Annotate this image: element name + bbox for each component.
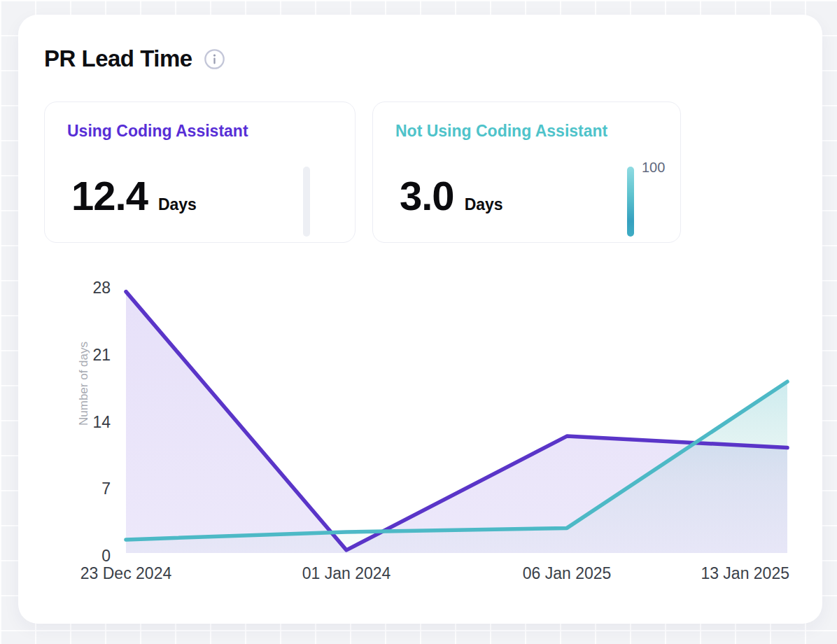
pr-lead-time-card: PR Lead Time Using Coding Assistant 12.4… bbox=[18, 15, 822, 624]
page-background: PR Lead Time Using Coding Assistant 12.4… bbox=[0, 0, 837, 644]
stat-card-not-using-assistant: Not Using Coding Assistant 3.0 Days 100 bbox=[372, 102, 681, 243]
stat-value-row: 12.4 Days bbox=[71, 175, 197, 218]
stat-value: 3.0 bbox=[400, 175, 454, 218]
stat-value: 12.4 bbox=[71, 175, 148, 218]
x-tick-label: 01 Jan 2024 bbox=[302, 563, 391, 584]
chart-canvas bbox=[124, 279, 789, 555]
y-tick-label: 7 bbox=[18, 479, 111, 498]
y-tick-label: 21 bbox=[18, 346, 111, 364]
stat-label: Not Using Coding Assistant bbox=[395, 122, 607, 141]
x-tick-label: 13 Jan 2025 bbox=[701, 563, 789, 584]
stat-value-row: 3.0 Days bbox=[400, 175, 503, 218]
card-header: PR Lead Time bbox=[44, 46, 225, 72]
x-tick-label: 06 Jan 2025 bbox=[523, 563, 612, 584]
x-axis-labels: 23 Dec 202401 Jan 202406 Jan 202513 Jan … bbox=[124, 563, 789, 585]
info-icon[interactable] bbox=[204, 48, 225, 70]
mini-gauge-bar-label: 100 bbox=[642, 160, 665, 176]
page-title: PR Lead Time bbox=[44, 46, 192, 72]
stat-card-using-assistant: Using Coding Assistant 12.4 Days bbox=[44, 102, 356, 243]
x-tick-label: 23 Dec 2024 bbox=[80, 563, 171, 584]
mini-gauge-bar bbox=[303, 167, 310, 237]
stat-label: Using Coding Assistant bbox=[67, 122, 248, 141]
stat-unit: Days bbox=[465, 195, 503, 214]
stats-row: Using Coding Assistant 12.4 Days Not Usi… bbox=[44, 102, 681, 243]
stat-unit: Days bbox=[158, 195, 197, 214]
y-tick-label: 28 bbox=[18, 279, 111, 297]
mini-gauge-bar bbox=[627, 167, 634, 237]
y-tick-label: 14 bbox=[18, 413, 111, 431]
